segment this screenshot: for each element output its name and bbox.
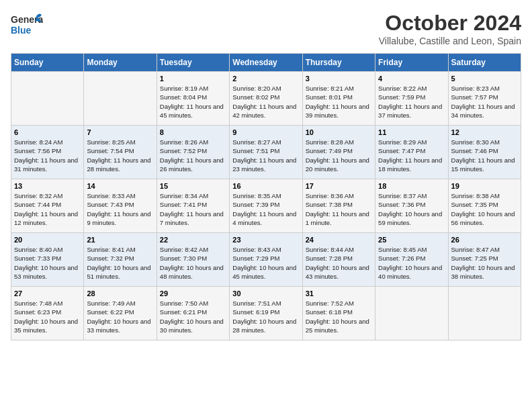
day-number: 13 <box>14 182 81 190</box>
day-info: Sunrise: 8:22 AM Sunset: 7:59 PM Dayligh… <box>378 84 445 120</box>
day-number: 6 <box>14 128 81 136</box>
day-number: 18 <box>378 182 445 190</box>
day-number: 27 <box>14 289 81 298</box>
day-info: Sunrise: 7:49 AM Sunset: 6:22 PM Dayligh… <box>87 299 153 334</box>
day-info: Sunrise: 7:51 AM Sunset: 6:19 PM Dayligh… <box>232 299 299 334</box>
calendar-cell: 8Sunrise: 8:26 AM Sunset: 7:52 PM Daylig… <box>157 126 229 179</box>
header-day: Wednesday <box>230 54 302 72</box>
calendar-cell: 10Sunrise: 8:28 AM Sunset: 7:49 PM Dayli… <box>302 126 375 179</box>
calendar-cell: 16Sunrise: 8:35 AM Sunset: 7:39 PM Dayli… <box>230 179 302 233</box>
calendar-week-row: 6Sunrise: 8:24 AM Sunset: 7:56 PM Daylig… <box>11 126 521 179</box>
day-info: Sunrise: 8:21 AM Sunset: 8:01 PM Dayligh… <box>306 84 372 120</box>
header-day: Monday <box>84 54 157 72</box>
day-number: 11 <box>378 128 445 136</box>
calendar-cell: 7Sunrise: 8:25 AM Sunset: 7:54 PM Daylig… <box>84 126 157 179</box>
day-number: 5 <box>451 75 518 83</box>
calendar-week-row: 1Sunrise: 8:19 AM Sunset: 8:04 PM Daylig… <box>11 72 521 126</box>
day-info: Sunrise: 8:24 AM Sunset: 7:56 PM Dayligh… <box>14 138 81 173</box>
day-info: Sunrise: 8:35 AM Sunset: 7:39 PM Dayligh… <box>232 191 299 227</box>
day-number: 9 <box>232 128 299 136</box>
calendar-cell: 4Sunrise: 8:22 AM Sunset: 7:59 PM Daylig… <box>375 72 448 126</box>
calendar-cell: 24Sunrise: 8:44 AM Sunset: 7:28 PM Dayli… <box>302 233 375 287</box>
header-day: Sunday <box>11 54 84 72</box>
calendar-cell: 15Sunrise: 8:34 AM Sunset: 7:41 PM Dayli… <box>157 179 229 233</box>
calendar-table: SundayMondayTuesdayWednesdayThursdayFrid… <box>11 53 521 340</box>
day-number: 31 <box>306 289 372 298</box>
calendar-cell <box>11 72 84 126</box>
day-info: Sunrise: 8:36 AM Sunset: 7:38 PM Dayligh… <box>306 191 372 227</box>
day-number: 28 <box>87 289 153 298</box>
calendar-cell: 28Sunrise: 7:49 AM Sunset: 6:22 PM Dayli… <box>84 287 157 340</box>
calendar-cell: 2Sunrise: 8:20 AM Sunset: 8:02 PM Daylig… <box>230 72 302 126</box>
calendar-cell: 5Sunrise: 8:23 AM Sunset: 7:57 PM Daylig… <box>448 72 521 126</box>
calendar-cell: 9Sunrise: 8:27 AM Sunset: 7:51 PM Daylig… <box>230 126 302 179</box>
header-row: SundayMondayTuesdayWednesdayThursdayFrid… <box>11 54 521 72</box>
calendar-cell: 22Sunrise: 8:42 AM Sunset: 7:30 PM Dayli… <box>157 233 229 287</box>
day-info: Sunrise: 8:26 AM Sunset: 7:52 PM Dayligh… <box>160 138 226 173</box>
calendar-cell <box>448 287 521 340</box>
day-info: Sunrise: 8:28 AM Sunset: 7:49 PM Dayligh… <box>306 138 372 173</box>
day-info: Sunrise: 8:19 AM Sunset: 8:04 PM Dayligh… <box>160 84 226 120</box>
day-info: Sunrise: 8:23 AM Sunset: 7:57 PM Dayligh… <box>451 84 518 120</box>
calendar-body: 1Sunrise: 8:19 AM Sunset: 8:04 PM Daylig… <box>11 72 521 340</box>
logo-icon: General Blue <box>11 11 43 36</box>
day-info: Sunrise: 8:40 AM Sunset: 7:33 PM Dayligh… <box>14 245 81 281</box>
day-info: Sunrise: 8:25 AM Sunset: 7:54 PM Dayligh… <box>87 138 153 173</box>
day-info: Sunrise: 8:47 AM Sunset: 7:25 PM Dayligh… <box>451 245 518 281</box>
day-number: 2 <box>232 75 299 83</box>
calendar-cell: 3Sunrise: 8:21 AM Sunset: 8:01 PM Daylig… <box>302 72 375 126</box>
svg-text:Blue: Blue <box>11 25 32 36</box>
title-area: October 2024 Villalube, Castille and Leo… <box>379 11 521 46</box>
day-number: 26 <box>451 236 518 244</box>
day-info: Sunrise: 8:32 AM Sunset: 7:44 PM Dayligh… <box>14 191 81 227</box>
calendar-cell: 19Sunrise: 8:38 AM Sunset: 7:35 PM Dayli… <box>448 179 521 233</box>
day-info: Sunrise: 8:44 AM Sunset: 7:28 PM Dayligh… <box>306 245 372 281</box>
day-number: 29 <box>160 289 226 298</box>
calendar-cell: 14Sunrise: 8:33 AM Sunset: 7:43 PM Dayli… <box>84 179 157 233</box>
calendar-cell: 31Sunrise: 7:52 AM Sunset: 6:18 PM Dayli… <box>302 287 375 340</box>
day-number: 30 <box>232 289 299 298</box>
day-info: Sunrise: 8:43 AM Sunset: 7:29 PM Dayligh… <box>232 245 299 281</box>
header-day: Saturday <box>448 54 521 72</box>
calendar-cell: 23Sunrise: 8:43 AM Sunset: 7:29 PM Dayli… <box>230 233 302 287</box>
calendar-week-row: 27Sunrise: 7:48 AM Sunset: 6:23 PM Dayli… <box>11 287 521 340</box>
day-number: 10 <box>306 128 372 136</box>
location-title: Villalube, Castille and Leon, Spain <box>379 36 521 46</box>
logo: General Blue <box>11 11 43 36</box>
day-number: 3 <box>306 75 372 83</box>
header: General Blue October 2024 Villalube, Cas… <box>11 11 521 46</box>
calendar-cell: 29Sunrise: 7:50 AM Sunset: 6:21 PM Dayli… <box>157 287 229 340</box>
header-day: Tuesday <box>157 54 229 72</box>
day-number: 23 <box>232 236 299 244</box>
calendar-cell <box>84 72 157 126</box>
calendar-cell: 21Sunrise: 8:41 AM Sunset: 7:32 PM Dayli… <box>84 233 157 287</box>
day-info: Sunrise: 7:52 AM Sunset: 6:18 PM Dayligh… <box>306 299 372 334</box>
calendar-cell: 13Sunrise: 8:32 AM Sunset: 7:44 PM Dayli… <box>11 179 84 233</box>
day-number: 8 <box>160 128 226 136</box>
day-info: Sunrise: 8:29 AM Sunset: 7:47 PM Dayligh… <box>378 138 445 173</box>
day-info: Sunrise: 8:27 AM Sunset: 7:51 PM Dayligh… <box>232 138 299 173</box>
day-number: 20 <box>14 236 81 244</box>
day-info: Sunrise: 7:48 AM Sunset: 6:23 PM Dayligh… <box>14 299 81 334</box>
day-number: 16 <box>232 182 299 190</box>
day-info: Sunrise: 8:30 AM Sunset: 7:46 PM Dayligh… <box>451 138 518 173</box>
day-number: 7 <box>87 128 153 136</box>
calendar-cell: 17Sunrise: 8:36 AM Sunset: 7:38 PM Dayli… <box>302 179 375 233</box>
calendar-week-row: 20Sunrise: 8:40 AM Sunset: 7:33 PM Dayli… <box>11 233 521 287</box>
calendar-cell: 12Sunrise: 8:30 AM Sunset: 7:46 PM Dayli… <box>448 126 521 179</box>
day-number: 21 <box>87 236 153 244</box>
day-info: Sunrise: 7:50 AM Sunset: 6:21 PM Dayligh… <box>160 299 226 334</box>
day-number: 12 <box>451 128 518 136</box>
month-title: October 2024 <box>379 11 521 36</box>
day-info: Sunrise: 8:33 AM Sunset: 7:43 PM Dayligh… <box>87 191 153 227</box>
day-info: Sunrise: 8:42 AM Sunset: 7:30 PM Dayligh… <box>160 245 226 281</box>
calendar-cell: 26Sunrise: 8:47 AM Sunset: 7:25 PM Dayli… <box>448 233 521 287</box>
calendar-cell: 30Sunrise: 7:51 AM Sunset: 6:19 PM Dayli… <box>230 287 302 340</box>
day-number: 22 <box>160 236 226 244</box>
day-info: Sunrise: 8:38 AM Sunset: 7:35 PM Dayligh… <box>451 191 518 227</box>
day-info: Sunrise: 8:41 AM Sunset: 7:32 PM Dayligh… <box>87 245 153 281</box>
day-number: 1 <box>160 75 226 83</box>
day-info: Sunrise: 8:20 AM Sunset: 8:02 PM Dayligh… <box>232 84 299 120</box>
header-day: Friday <box>375 54 448 72</box>
day-info: Sunrise: 8:37 AM Sunset: 7:36 PM Dayligh… <box>378 191 445 227</box>
